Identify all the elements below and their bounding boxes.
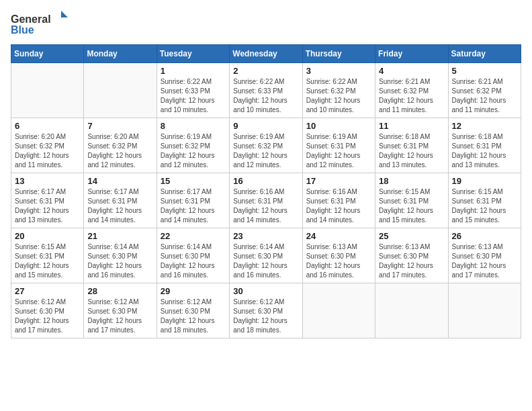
svg-text:Blue: Blue: [11, 24, 34, 36]
day-number: 27: [15, 286, 80, 296]
calendar-week-1: 1Sunrise: 6:22 AMSunset: 6:33 PMDaylight…: [11, 63, 521, 118]
day-info: Sunrise: 6:22 AMSunset: 6:33 PMDaylight:…: [161, 77, 226, 115]
day-number: 20: [15, 231, 80, 241]
calendar-header-row: SundayMondayTuesdayWednesdayThursdayFrid…: [11, 45, 521, 63]
day-number: 9: [233, 121, 298, 131]
day-info: Sunrise: 6:13 AMSunset: 6:30 PMDaylight:…: [452, 242, 517, 280]
calendar-cell: 14Sunrise: 6:17 AMSunset: 6:31 PMDayligh…: [84, 173, 157, 228]
calendar-cell: 12Sunrise: 6:18 AMSunset: 6:31 PMDayligh…: [448, 118, 521, 173]
day-info: Sunrise: 6:18 AMSunset: 6:31 PMDaylight:…: [452, 132, 517, 170]
day-number: 1: [161, 66, 226, 76]
day-number: 22: [161, 231, 226, 241]
day-number: 18: [379, 176, 444, 186]
day-info: Sunrise: 6:12 AMSunset: 6:30 PMDaylight:…: [233, 298, 298, 335]
day-info: Sunrise: 6:13 AMSunset: 6:30 PMDaylight:…: [379, 242, 444, 280]
day-info: Sunrise: 6:15 AMSunset: 6:31 PMDaylight:…: [15, 242, 80, 280]
calendar-cell: 23Sunrise: 6:14 AMSunset: 6:30 PMDayligh…: [230, 228, 302, 283]
calendar-cell: 30Sunrise: 6:12 AMSunset: 6:30 PMDayligh…: [230, 283, 302, 338]
day-info: Sunrise: 6:19 AMSunset: 6:31 PMDaylight:…: [306, 132, 371, 170]
day-info: Sunrise: 6:15 AMSunset: 6:31 PMDaylight:…: [452, 187, 517, 225]
day-info: Sunrise: 6:22 AMSunset: 6:33 PMDaylight:…: [233, 77, 298, 115]
day-number: 2: [233, 66, 298, 76]
calendar-cell: 10Sunrise: 6:19 AMSunset: 6:31 PMDayligh…: [302, 118, 375, 173]
day-info: Sunrise: 6:21 AMSunset: 6:32 PMDaylight:…: [379, 77, 444, 115]
day-number: 21: [87, 231, 152, 241]
calendar-cell: [302, 283, 375, 338]
day-number: 15: [161, 176, 226, 186]
logo-svg: GeneralBlue: [11, 11, 71, 38]
calendar-cell: 21Sunrise: 6:14 AMSunset: 6:30 PMDayligh…: [84, 228, 157, 283]
day-info: Sunrise: 6:20 AMSunset: 6:32 PMDaylight:…: [87, 132, 152, 170]
day-info: Sunrise: 6:17 AMSunset: 6:31 PMDaylight:…: [15, 187, 80, 225]
calendar-cell: [448, 283, 521, 338]
calendar-cell: 26Sunrise: 6:13 AMSunset: 6:30 PMDayligh…: [448, 228, 521, 283]
svg-marker-1: [61, 11, 68, 17]
logo: GeneralBlue: [11, 11, 71, 38]
calendar-cell: 8Sunrise: 6:19 AMSunset: 6:32 PMDaylight…: [157, 118, 229, 173]
day-info: Sunrise: 6:19 AMSunset: 6:32 PMDaylight:…: [233, 132, 298, 170]
calendar-cell: 24Sunrise: 6:13 AMSunset: 6:30 PMDayligh…: [302, 228, 375, 283]
day-header-tuesday: Tuesday: [157, 45, 229, 63]
day-number: 8: [161, 121, 226, 131]
calendar-cell: 4Sunrise: 6:21 AMSunset: 6:32 PMDaylight…: [375, 63, 448, 118]
day-info: Sunrise: 6:16 AMSunset: 6:31 PMDaylight:…: [306, 187, 371, 225]
day-number: 26: [452, 231, 517, 241]
calendar-cell: 19Sunrise: 6:15 AMSunset: 6:31 PMDayligh…: [448, 173, 521, 228]
day-header-friday: Friday: [375, 45, 448, 63]
day-number: 16: [233, 176, 298, 186]
calendar-cell: 17Sunrise: 6:16 AMSunset: 6:31 PMDayligh…: [302, 173, 375, 228]
day-header-monday: Monday: [84, 45, 157, 63]
calendar-cell: 22Sunrise: 6:14 AMSunset: 6:30 PMDayligh…: [157, 228, 229, 283]
day-header-thursday: Thursday: [302, 45, 375, 63]
day-number: 11: [379, 121, 444, 131]
day-info: Sunrise: 6:15 AMSunset: 6:31 PMDaylight:…: [379, 187, 444, 225]
day-number: 3: [306, 66, 371, 76]
calendar-cell: 9Sunrise: 6:19 AMSunset: 6:32 PMDaylight…: [230, 118, 302, 173]
day-number: 10: [306, 121, 371, 131]
day-header-saturday: Saturday: [448, 45, 521, 63]
calendar-cell: 13Sunrise: 6:17 AMSunset: 6:31 PMDayligh…: [11, 173, 84, 228]
day-number: 23: [233, 231, 298, 241]
day-header-sunday: Sunday: [11, 45, 84, 63]
calendar-cell: 25Sunrise: 6:13 AMSunset: 6:30 PMDayligh…: [375, 228, 448, 283]
calendar-cell: 11Sunrise: 6:18 AMSunset: 6:31 PMDayligh…: [375, 118, 448, 173]
day-number: 14: [87, 176, 152, 186]
calendar-week-5: 27Sunrise: 6:12 AMSunset: 6:30 PMDayligh…: [11, 283, 521, 338]
day-number: 7: [87, 121, 152, 131]
calendar-cell: 28Sunrise: 6:12 AMSunset: 6:30 PMDayligh…: [84, 283, 157, 338]
calendar-cell: 29Sunrise: 6:12 AMSunset: 6:30 PMDayligh…: [157, 283, 229, 338]
day-header-wednesday: Wednesday: [230, 45, 302, 63]
calendar-cell: 18Sunrise: 6:15 AMSunset: 6:31 PMDayligh…: [375, 173, 448, 228]
day-number: 17: [306, 176, 371, 186]
day-info: Sunrise: 6:12 AMSunset: 6:30 PMDaylight:…: [87, 298, 152, 335]
calendar-week-4: 20Sunrise: 6:15 AMSunset: 6:31 PMDayligh…: [11, 228, 521, 283]
calendar-cell: 5Sunrise: 6:21 AMSunset: 6:32 PMDaylight…: [448, 63, 521, 118]
day-number: 25: [379, 231, 444, 241]
day-info: Sunrise: 6:14 AMSunset: 6:30 PMDaylight:…: [161, 242, 226, 280]
calendar-cell: 15Sunrise: 6:17 AMSunset: 6:31 PMDayligh…: [157, 173, 229, 228]
day-info: Sunrise: 6:19 AMSunset: 6:32 PMDaylight:…: [161, 132, 226, 170]
day-info: Sunrise: 6:18 AMSunset: 6:31 PMDaylight:…: [379, 132, 444, 170]
day-info: Sunrise: 6:21 AMSunset: 6:32 PMDaylight:…: [452, 77, 517, 115]
day-number: 28: [87, 286, 152, 296]
calendar-week-2: 6Sunrise: 6:20 AMSunset: 6:32 PMDaylight…: [11, 118, 521, 173]
day-info: Sunrise: 6:13 AMSunset: 6:30 PMDaylight:…: [306, 242, 371, 280]
day-number: 12: [452, 121, 517, 131]
day-info: Sunrise: 6:22 AMSunset: 6:32 PMDaylight:…: [306, 77, 371, 115]
day-number: 5: [452, 66, 517, 76]
day-info: Sunrise: 6:16 AMSunset: 6:31 PMDaylight:…: [233, 187, 298, 225]
calendar-cell: 3Sunrise: 6:22 AMSunset: 6:32 PMDaylight…: [302, 63, 375, 118]
calendar-cell: 6Sunrise: 6:20 AMSunset: 6:32 PMDaylight…: [11, 118, 84, 173]
day-info: Sunrise: 6:12 AMSunset: 6:30 PMDaylight:…: [161, 298, 226, 335]
calendar-cell: 1Sunrise: 6:22 AMSunset: 6:33 PMDaylight…: [157, 63, 229, 118]
day-info: Sunrise: 6:17 AMSunset: 6:31 PMDaylight:…: [161, 187, 226, 225]
calendar-cell: 27Sunrise: 6:12 AMSunset: 6:30 PMDayligh…: [11, 283, 84, 338]
calendar-cell: 2Sunrise: 6:22 AMSunset: 6:33 PMDaylight…: [230, 63, 302, 118]
calendar-cell: 20Sunrise: 6:15 AMSunset: 6:31 PMDayligh…: [11, 228, 84, 283]
day-number: 19: [452, 176, 517, 186]
svg-text:General: General: [11, 13, 51, 25]
day-info: Sunrise: 6:17 AMSunset: 6:31 PMDaylight:…: [87, 187, 152, 225]
calendar-cell: 7Sunrise: 6:20 AMSunset: 6:32 PMDaylight…: [84, 118, 157, 173]
calendar-cell: [11, 63, 84, 118]
calendar-table: SundayMondayTuesdayWednesdayThursdayFrid…: [11, 44, 521, 338]
